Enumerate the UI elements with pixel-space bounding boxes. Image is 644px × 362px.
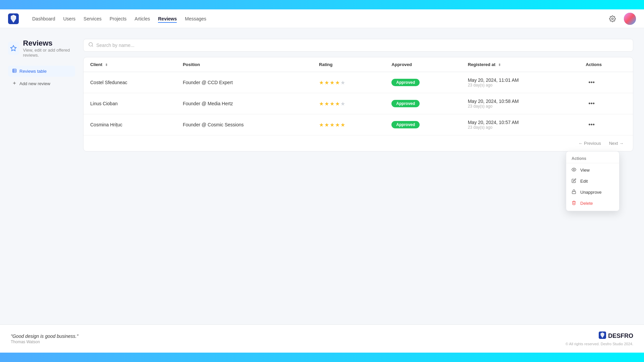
star-2-4: ★ <box>335 101 340 107</box>
footer-author: Thomas Watson <box>11 340 78 344</box>
star-3-3: ★ <box>330 122 334 128</box>
plus-icon <box>12 81 17 86</box>
navbar: Dashboard Users Services Projects Articl… <box>0 9 644 28</box>
approved-2: Approved <box>385 93 461 114</box>
star-1-5: ★ <box>340 79 345 86</box>
star-3-5: ★ <box>340 122 345 128</box>
col-position-label: Position <box>183 62 200 67</box>
trash-icon <box>572 200 577 206</box>
stars-1: ★ ★ ★ ★ ★ <box>319 79 378 86</box>
main-content: Reviews View, edit or add offered review… <box>0 28 644 324</box>
client-name-2: Linus Cioban <box>84 93 176 114</box>
col-rating-label: Rating <box>319 62 332 67</box>
nav-link-dashboard[interactable]: Dashboard <box>32 15 55 23</box>
nav-link-projects[interactable]: Projects <box>110 15 127 23</box>
nav-link-reviews[interactable]: Reviews <box>158 15 177 23</box>
dropdown-item-view[interactable]: View <box>566 165 619 176</box>
registered-2: May 20, 2024, 10:58 AM 23 day(s) ago <box>461 93 579 114</box>
actions-dropdown: Actions View <box>566 151 620 211</box>
position-1: Founder @ CCD Expert <box>176 72 312 93</box>
reviews-table: Client ⬍ Position Rating Approved <box>84 57 633 135</box>
footer-quote: "Good design is good business." <box>11 334 78 339</box>
star-1-4: ★ <box>335 79 340 86</box>
actions-2: ••• <box>579 93 633 114</box>
position-2: Founder @ Media Hertz <box>176 93 312 114</box>
svg-point-11 <box>573 169 575 170</box>
position-3: Founder @ Cosmic Sessions <box>176 114 312 135</box>
bottom-gradient-bar <box>0 353 644 362</box>
approved-badge-3: Approved <box>391 121 420 128</box>
col-client-label: Client <box>90 62 102 67</box>
search-bar <box>83 39 633 52</box>
footer-logo: DESFRO <box>599 331 633 341</box>
sidebar-item-reviews-table-label: Reviews table <box>19 69 47 74</box>
nav-logo[interactable] <box>8 13 19 24</box>
dropdown-item-edit[interactable]: Edit <box>566 176 619 187</box>
edit-icon <box>572 178 577 184</box>
table-icon <box>12 68 17 74</box>
next-button[interactable]: Next → <box>606 139 626 147</box>
page-header: Reviews View, edit or add offered review… <box>8 39 75 58</box>
star-2-1: ★ <box>319 101 324 107</box>
dropdown-edit-label: Edit <box>580 179 588 184</box>
registered-ago-2: 23 day(s) ago <box>468 104 573 109</box>
nav-link-messages[interactable]: Messages <box>185 15 206 23</box>
table-row: Cosmina Hrițuc Founder @ Cosmic Sessions… <box>84 114 633 135</box>
actions-button-2[interactable]: ••• <box>586 99 597 109</box>
star-1-3: ★ <box>330 79 334 86</box>
svg-rect-12 <box>572 191 576 193</box>
sidebar-menu: Reviews table Add new review <box>8 66 75 89</box>
settings-button[interactable] <box>606 13 619 25</box>
actions-button-3[interactable]: ••• <box>586 120 597 130</box>
sidebar-item-add-review[interactable]: Add new review <box>8 78 75 89</box>
col-rating: Rating <box>312 57 385 72</box>
col-registered-at[interactable]: Registered at ⬍ <box>461 57 579 72</box>
dropdown-item-delete[interactable]: Delete <box>566 198 619 209</box>
top-gradient-bar <box>0 0 644 9</box>
dropdown-item-unapprove[interactable]: Unapprove <box>566 187 619 198</box>
approved-1: Approved <box>385 72 461 93</box>
star-2-3: ★ <box>330 101 334 107</box>
dropdown-header: Actions <box>566 154 619 163</box>
rating-3: ★ ★ ★ ★ ★ <box>312 114 385 135</box>
sidebar-item-add-review-label: Add new review <box>19 81 50 86</box>
approved-badge-1: Approved <box>391 79 420 86</box>
star-2-5: ★ <box>340 101 345 107</box>
dropdown-view-label: View <box>580 168 590 173</box>
client-name-1: Costel Sfeduneac <box>84 72 176 93</box>
actions-button-1[interactable]: ••• <box>586 78 597 87</box>
eye-icon <box>572 167 577 173</box>
client-name-3: Cosmina Hrițuc <box>84 114 176 135</box>
registered-ago-3: 23 day(s) ago <box>468 125 573 130</box>
dropdown-unapprove-label: Unapprove <box>580 190 602 195</box>
col-approved: Approved <box>385 57 461 72</box>
nav-link-articles[interactable]: Articles <box>135 15 150 23</box>
lock-icon <box>572 189 577 195</box>
search-input[interactable] <box>96 43 628 48</box>
prev-button[interactable]: ← Previous <box>576 139 603 147</box>
star-2-2: ★ <box>324 101 329 107</box>
star-3-1: ★ <box>319 122 324 128</box>
col-actions-label: Actions <box>586 62 602 67</box>
sort-client-icon: ⬍ <box>105 63 108 67</box>
footer: "Good design is good business." Thomas W… <box>0 324 644 353</box>
rating-2: ★ ★ ★ ★ ★ <box>312 93 385 114</box>
nav-left: Dashboard Users Services Projects Articl… <box>8 13 206 24</box>
col-actions: Actions <box>579 57 633 72</box>
nav-link-services[interactable]: Services <box>84 15 102 23</box>
registered-date-2: May 20, 2024, 10:58 AM <box>468 99 573 104</box>
table-row: Costel Sfeduneac Founder @ CCD Expert ★ … <box>84 72 633 93</box>
table-area: Client ⬍ Position Rating Approved <box>83 39 633 314</box>
col-client[interactable]: Client ⬍ <box>84 57 176 72</box>
footer-brand-name: DESFRO <box>608 333 633 340</box>
svg-marker-2 <box>11 46 16 51</box>
registered-date-3: May 20, 2024, 10:57 AM <box>468 120 573 125</box>
registered-ago-1: 23 day(s) ago <box>468 83 573 87</box>
actions-3: ••• <box>579 114 633 135</box>
sort-registered-icon: ⬍ <box>498 63 501 67</box>
table-row: Linus Cioban Founder @ Media Hertz ★ ★ ★… <box>84 93 633 114</box>
table-header: Client ⬍ Position Rating Approved <box>84 57 633 72</box>
sidebar-item-reviews-table[interactable]: Reviews table <box>8 66 75 77</box>
nav-link-users[interactable]: Users <box>63 15 76 23</box>
user-avatar[interactable] <box>624 13 636 25</box>
